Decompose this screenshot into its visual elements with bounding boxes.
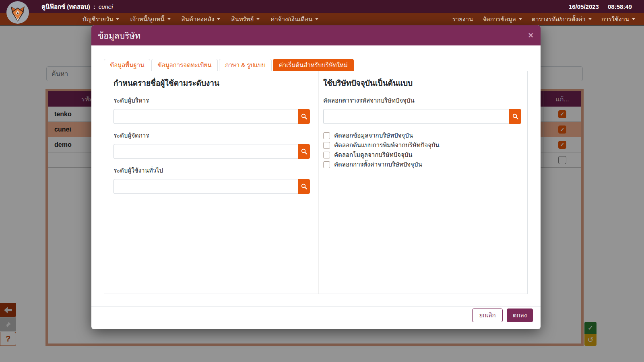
main-menu-bar: บัญชีรายวัน เจ้าหนี้/ลูกหนี้ สินค้าคงคลั… — [0, 13, 644, 25]
executive-level-search-button[interactable] — [298, 109, 310, 124]
menu-item-label: บัญชีรายวัน — [83, 14, 113, 24]
search-icon — [301, 113, 307, 119]
checkbox-icon[interactable] — [323, 132, 330, 139]
copy-settings-option[interactable]: คัดลอกการตั้งค่าจากบริษัทปัจจุบัน — [323, 160, 521, 169]
menu-item-label: เจ้าหนี้/ลูกหนี้ — [130, 14, 164, 24]
checkbox-label: คัดลอกการตั้งค่าจากบริษัทปัจจุบัน — [334, 160, 422, 169]
menu-right-group: รายงาน จัดการข้อมูล ตารางรหัส/การตั้งค่า… — [452, 14, 635, 24]
current-company-name: cunei — [99, 3, 113, 10]
menu-item-label: ค่าจ้าง/เงินเดือน — [270, 14, 312, 24]
menu-item-label: ตารางรหัส/การตั้งค่า — [532, 14, 586, 24]
dialog-footer: ยกเลิก ตกลง — [91, 306, 541, 329]
caret-down-icon — [632, 18, 635, 20]
checkbox-label: คัดลอกต้นแบบการพิมพ์จากบริษัทปัจจุบัน — [334, 140, 440, 150]
dialog-header: ข้อมูลบริษัท × — [91, 25, 541, 45]
copy-data-option[interactable]: คัดลอกข้อมูลจากบริษัทปัจจุบัน — [323, 131, 521, 140]
tab-basic-info[interactable]: ข้อมูลพื้นฐาน — [104, 59, 150, 71]
clock-group: 16/05/2023 08:58:49 — [569, 3, 632, 10]
field-label-general-user-level: ระดับผู้ใช้งานทั่วไป — [114, 166, 310, 175]
current-time: 08:58:49 — [608, 3, 632, 10]
section-heading: ใช้บริษัทปัจจุบันเป็นต้นแบบ — [323, 77, 521, 89]
user-levels-section: กำหนดรายชื่อผู้ใช้ตามระดับงาน ระดับผู้บร… — [114, 71, 310, 194]
copy-options-list: คัดลอกข้อมูลจากบริษัทปัจจุบัน คัดลอกต้นแ… — [323, 131, 521, 169]
menu-inventory[interactable]: สินค้าคงคลัง — [182, 14, 221, 24]
cancel-button[interactable]: ยกเลิก — [472, 309, 502, 322]
menu-left-group: บัญชีรายวัน เจ้าหนี้/ลูกหนี้ สินค้าคงคลั… — [83, 14, 318, 24]
dialog-tabs: ข้อมูลพื้นฐาน ข้อมูลการจดทะเบียน ภาษา & … — [104, 59, 355, 71]
checkbox-label: คัดลอกโมดูลจากบริษัทปัจจุบัน — [334, 150, 412, 160]
field-label-executive-level: ระดับผู้บริหาร — [114, 96, 310, 105]
tab-panel-new-company-defaults: กำหนดรายชื่อผู้ใช้ตามระดับงาน ระดับผู้บร… — [104, 71, 528, 294]
menu-item-label: รายงาน — [452, 14, 473, 24]
column-divider — [318, 71, 319, 294]
search-icon — [301, 183, 307, 189]
tab-language-format[interactable]: ภาษา & รูปแบบ — [219, 59, 272, 71]
caret-down-icon — [519, 18, 522, 20]
dialog-title: ข้อมูลบริษัท — [98, 29, 140, 42]
copy-code-tables-group — [323, 109, 521, 124]
tab-new-company-defaults[interactable]: ค่าเริ่มต้นสำหรับบริษัทใหม่ — [273, 59, 354, 71]
menu-usage[interactable]: การใช้งาน — [601, 14, 635, 24]
dialog-body: ข้อมูลพื้นฐาน ข้อมูลการจดทะเบียน ภาษา & … — [91, 45, 541, 306]
caret-down-icon — [588, 18, 592, 20]
menu-item-label: สินทรัพย์ — [231, 14, 254, 24]
general-user-level-group — [114, 179, 310, 194]
field-label-manager-level: ระดับผู้จัดการ — [114, 131, 310, 140]
caret-down-icon — [315, 18, 318, 20]
copy-code-tables-search-button[interactable] — [509, 109, 521, 124]
copy-print-templates-option[interactable]: คัดลอกต้นแบบการพิมพ์จากบริษัทปัจจุบัน — [323, 140, 521, 150]
top-title-bar: คูนิฟ๊อกซ์ (ทดสอบ) : cunei 16/05/2023 08… — [0, 0, 644, 13]
caret-down-icon — [256, 18, 260, 20]
fox-icon — [6, 1, 29, 24]
template-company-section: ใช้บริษัทปัจจุบันเป็นต้นแบบ คัดลอกตารางร… — [323, 71, 521, 169]
ok-button[interactable]: ตกลง — [507, 309, 533, 322]
copy-modules-option[interactable]: คัดลอกโมดูลจากบริษัทปัจจุบัน — [323, 150, 521, 160]
menu-reports[interactable]: รายงาน — [452, 14, 473, 24]
copy-code-tables-input[interactable] — [323, 109, 509, 124]
caret-down-icon — [116, 18, 119, 20]
manager-level-input[interactable] — [114, 144, 298, 159]
manager-level-search-button[interactable] — [298, 144, 310, 159]
manager-level-group — [114, 144, 310, 159]
menu-data-management[interactable]: จัดการข้อมูล — [483, 14, 522, 24]
menu-assets[interactable]: สินทรัพย์ — [231, 14, 260, 24]
app-title-group: คูนิฟ๊อกซ์ (ทดสอบ) : cunei — [41, 2, 113, 12]
menu-item-label: การใช้งาน — [601, 14, 629, 24]
caret-down-icon — [167, 18, 171, 20]
executive-level-group — [114, 109, 310, 124]
section-heading: กำหนดรายชื่อผู้ใช้ตามระดับงาน — [114, 77, 310, 89]
checkbox-label: คัดลอกข้อมูลจากบริษัทปัจจุบัน — [334, 131, 413, 140]
executive-level-input[interactable] — [114, 109, 298, 124]
current-date: 16/05/2023 — [569, 3, 599, 10]
checkbox-icon[interactable] — [323, 161, 330, 168]
caret-down-icon — [217, 18, 220, 20]
checkbox-icon[interactable] — [323, 142, 330, 149]
search-icon — [301, 148, 307, 154]
search-icon — [512, 113, 518, 119]
tab-registration-info[interactable]: ข้อมูลการจดทะเบียน — [151, 59, 217, 71]
general-user-level-input[interactable] — [114, 179, 298, 194]
menu-item-label: จัดการข้อมูล — [483, 14, 516, 24]
general-user-level-search-button[interactable] — [298, 179, 310, 194]
menu-payroll[interactable]: ค่าจ้าง/เงินเดือน — [270, 14, 318, 24]
menu-item-label: สินค้าคงคลัง — [182, 14, 215, 24]
cuneifox-logo — [6, 1, 29, 24]
menu-code-tables-settings[interactable]: ตารางรหัส/การตั้งค่า — [532, 14, 592, 24]
company-info-dialog: ข้อมูลบริษัท × ข้อมูลพื้นฐาน ข้อมูลการจด… — [91, 25, 541, 329]
title-separator: : — [93, 3, 95, 10]
close-icon[interactable]: × — [527, 31, 534, 40]
field-label-copy-code-tables: คัดลอกตารางรหัสจากบริษัทปัจจุบัน — [323, 96, 521, 105]
menu-payable-receivable[interactable]: เจ้าหนี้/ลูกหนี้ — [130, 14, 170, 24]
menu-daily-ledger[interactable]: บัญชีรายวัน — [83, 14, 119, 24]
checkbox-icon[interactable] — [323, 152, 330, 158]
app-title: คูนิฟ๊อกซ์ (ทดสอบ) — [41, 2, 90, 12]
